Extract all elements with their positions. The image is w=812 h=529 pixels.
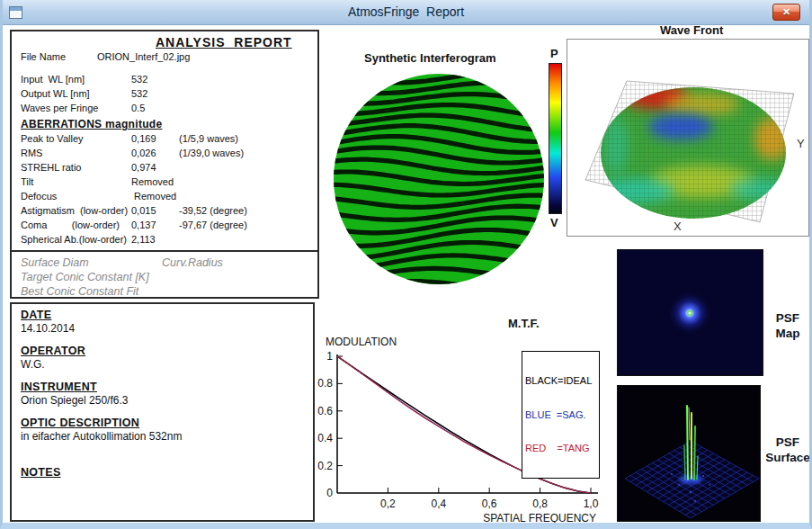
mtf-ytick: 0	[326, 487, 333, 499]
strehl-value: 0,974	[131, 162, 156, 173]
astigmatism-value: 0,015	[131, 205, 156, 216]
rms-value: 0,026	[131, 148, 156, 158]
aberration-row: RMS 0,026 (1/39,0 waves)	[12, 148, 317, 161]
defocus-label: Defocus	[21, 191, 57, 202]
input-wl-label: Input WL [nm]	[21, 74, 85, 85]
atmosfringe-report-window: AtmosFringe Report ✕ ANALYSIS REPORT Fil…	[0, 0, 812, 529]
psf-map-canvas	[617, 249, 763, 376]
mtf-xtick: 0,4	[431, 498, 446, 510]
psf-surface-label: PSF Surface	[763, 435, 812, 465]
info-panel: DATE 14.10.2014 OPERATOR W.G. INSTRUMENT…	[10, 302, 315, 522]
mtf-ytick: 0.4	[317, 432, 333, 444]
title-bar[interactable]: AtmosFringe Report ✕	[0, 0, 812, 25]
close-button[interactable]: ✕	[772, 4, 800, 21]
optic-description-heading: OPTIC DESCRIPTION	[21, 417, 139, 429]
p2v-label: Peak to Valley	[21, 133, 84, 144]
param-row: Waves per Fringe 0.5	[12, 103, 317, 116]
waves-per-fringe-label: Waves per Fringe	[21, 103, 98, 113]
aberration-row: Defocus Removed	[12, 191, 317, 204]
aberration-row: Peak to Valley 0,169 (1/5,9 waves)	[12, 133, 317, 147]
rms-extra: (1/39,0 waves)	[179, 148, 244, 158]
mtf-ytick: 0.2	[317, 460, 333, 472]
report-title: ANALYSIS REPORT	[156, 35, 292, 49]
colorbar-peak-label: P	[550, 47, 558, 60]
notes-heading: NOTES	[21, 466, 61, 479]
mtf-legend-ideal: BLACK=IDEAL	[525, 375, 596, 387]
aberrations-heading: ABERRATIONS magnitude	[21, 118, 162, 130]
mtf-ytick: 0.8	[317, 377, 333, 390]
tilt-label: Tilt	[21, 176, 33, 187]
astigmatism-label: Astigmatism (low-order)	[21, 205, 128, 216]
best-conic-label: Best Conic Constant Fit	[21, 285, 138, 298]
defocus-value: Removed	[131, 191, 176, 202]
tilt-value: Removed	[131, 176, 174, 187]
analysis-report-panel: ANALYSIS REPORT File Name ORION_Interf_0…	[10, 30, 319, 299]
mtf-legend: BLACK=IDEAL BLUE =SAG. RED =TANG	[522, 351, 600, 479]
wavefront-x-axis-label: X	[674, 220, 682, 233]
mtf-xtick: 0,2	[380, 498, 396, 510]
coma-value: 0,137	[131, 220, 156, 230]
param-row: Input WL [nm] 532	[12, 74, 317, 87]
instrument-heading: INSTRUMENT	[21, 381, 97, 393]
file-name-value: ORION_Interf_02.jpg	[97, 51, 190, 62]
rms-label: RMS	[21, 148, 42, 158]
target-conic-label: Target Conic Constant [K]	[21, 271, 149, 283]
p2v-extra: (1/5,9 waves)	[179, 133, 238, 144]
window-title: AtmosFringe Report	[0, 4, 812, 19]
wavefront-colorbar	[549, 63, 562, 214]
mtf-x-axis-label: SPATIAL FREQUENCY	[483, 512, 596, 525]
output-wl-value: 532	[131, 88, 147, 99]
mtf-xtick: 1,0	[584, 498, 599, 510]
output-wl-label: Output WL [nm]	[21, 88, 90, 99]
aberration-row: Coma (low-order) 0,137 -97,67 (degree)	[12, 220, 317, 233]
param-row: Output WL [nm] 532	[12, 88, 317, 102]
mtf-y-axis-label: MODULATION	[326, 336, 397, 348]
operator-value: W.G.	[21, 358, 45, 371]
interferogram-title: Synthetic Interferogram	[364, 51, 496, 65]
mtf-title: M.T.F.	[508, 317, 540, 330]
psf-surface-canvas	[617, 385, 761, 522]
aberration-row: Astigmatism (low-order) 0,015 -39,52 (de…	[12, 205, 317, 219]
input-wl-value: 532	[131, 74, 147, 85]
file-name-row: File Name ORION_Interf_02.jpg	[12, 51, 317, 65]
mtf-legend-sag: BLUE =SAG.	[525, 409, 596, 421]
mtf-xtick: 0,8	[532, 498, 548, 510]
aberration-row: STREHL ratio 0,974	[12, 162, 317, 175]
interferogram-canvas	[333, 73, 545, 285]
coma-extra: -97,67 (degree)	[179, 220, 247, 230]
date-value: 14.10.2014	[21, 322, 75, 335]
waves-per-fringe-value: 0.5	[131, 103, 145, 113]
curv-radius-label: Curv.Radius	[162, 256, 223, 269]
spherical-value: 2,113	[131, 234, 156, 245]
date-heading: DATE	[21, 309, 51, 321]
divider	[12, 250, 317, 252]
psf-map-label: PSF Map	[770, 310, 806, 341]
coma-label: Coma (low-order)	[21, 220, 120, 230]
astigmatism-extra: -39,52 (degree)	[179, 205, 247, 216]
mtf-xtick: 0,6	[482, 498, 497, 510]
spherical-label: Spherical Ab.(low-order)	[21, 234, 127, 245]
strehl-label: STREHL ratio	[21, 162, 81, 173]
mtf-ytick: 0.6	[317, 405, 333, 417]
file-name-label: File Name	[21, 51, 66, 62]
mtf-legend-tang: RED =TANG	[525, 443, 596, 454]
wavefront-y-axis-label: Y	[797, 137, 805, 150]
operator-heading: OPERATOR	[21, 345, 85, 357]
instrument-value: Orion Spiegel 250/f6.3	[21, 394, 128, 407]
wavefront-canvas: X Y	[567, 39, 809, 237]
p2v-value: 0,169	[131, 133, 156, 144]
mtf-ytick: 1	[326, 350, 333, 363]
colorbar-valley-label: V	[550, 216, 558, 229]
mtf-chart: M.T.F. MODULATION 1 0.8 0.6 0.4 0.2 0 0,…	[317, 313, 616, 527]
surface-diam-label: Surface Diam	[21, 256, 89, 269]
optic-description-value: in eifacher Autokollimation 532nm	[21, 430, 182, 443]
aberration-row: Spherical Ab.(low-order) 2,113	[12, 234, 317, 247]
wavefront-title: Wave Front	[660, 23, 723, 37]
aberration-row: Tilt Removed	[12, 176, 317, 190]
